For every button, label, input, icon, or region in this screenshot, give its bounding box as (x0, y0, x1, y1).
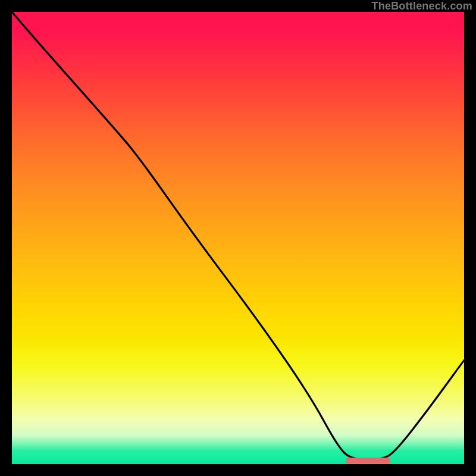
plot-area (12, 12, 464, 464)
chart-frame: TheBottleneck.com (0, 0, 476, 476)
bottleneck-curve-line (12, 12, 464, 459)
chart-svg (12, 12, 464, 464)
watermark-text: TheBottleneck.com (372, 0, 472, 12)
